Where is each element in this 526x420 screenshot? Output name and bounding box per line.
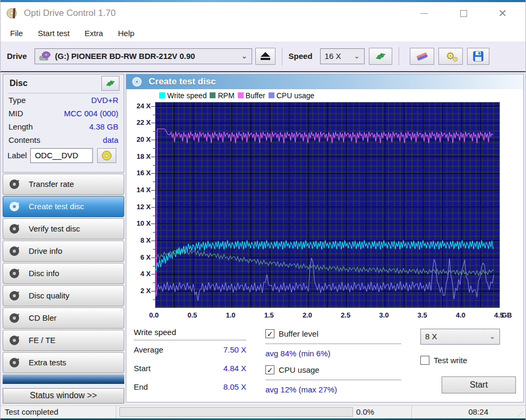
- y-tick-label: 6 X: [140, 253, 151, 261]
- sidebar-item-verify-test-disc[interactable]: Verify test disc: [3, 218, 124, 239]
- start-button[interactable]: Start: [442, 376, 516, 393]
- panel-title: Create test disc: [149, 76, 216, 87]
- disc-icon: [8, 267, 21, 280]
- sidebar-item-label: CD Bler: [29, 313, 57, 322]
- legend-label: Buffer: [246, 91, 265, 100]
- stat-value: 8.05 X: [223, 382, 246, 391]
- stats-section: Write speed Average 7.50 X Start 4.84 X …: [126, 322, 523, 402]
- settings-button[interactable]: ⚙ ⚙: [438, 48, 463, 65]
- x-tick-label: 2.5: [341, 311, 350, 319]
- y-tick-mark: [151, 241, 155, 241]
- legend-swatch: [269, 92, 274, 98]
- speed-label: Speed: [289, 52, 313, 61]
- sidebar-item-cd-bler[interactable]: CD Bler: [3, 307, 124, 329]
- speed-select[interactable]: 16 X ⌄: [320, 48, 365, 64]
- test-write-checkbox[interactable]: [420, 356, 429, 365]
- sidebar-item-label: Create test disc: [29, 202, 84, 211]
- status-text: Test completed: [1, 406, 116, 418]
- y-tick-mark: [151, 258, 155, 258]
- erase-disc-button[interactable]: [410, 48, 434, 65]
- x-tick-label: 3.5: [418, 311, 427, 319]
- disc-row-type: TypeDVD+R: [7, 93, 119, 107]
- stat-row-end: End 8.05 X: [134, 378, 246, 396]
- sidebar-nav: Transfer rateCreate test discVerify test…: [3, 174, 124, 373]
- yellow-disc-icon: [101, 150, 112, 161]
- menu-help[interactable]: Help: [111, 27, 141, 40]
- y-tick-label: 8 X: [140, 236, 151, 244]
- disc-icon: [8, 200, 21, 213]
- menu-file[interactable]: File: [4, 27, 29, 40]
- save-button[interactable]: [467, 48, 489, 65]
- chevron-down-icon: ⌄: [484, 332, 495, 340]
- disc-panel-title: Disc: [10, 79, 28, 88]
- sidebar-item-label: Verify test disc: [29, 224, 80, 233]
- sidebar-item-label: Drive info: [29, 246, 62, 255]
- stat-label: Average: [134, 345, 163, 354]
- sidebar-item-drive-info[interactable]: Drive info: [3, 241, 124, 262]
- disc-row-label: Type: [8, 96, 26, 105]
- legend-swatch: [159, 92, 165, 98]
- minimize-button[interactable]: [418, 7, 430, 19]
- toolbar: Drive (G:) PIONEER BD-RW BDR-212V 0.90 ⌄…: [1, 41, 525, 72]
- sidebar-accent-bar: [3, 374, 124, 384]
- x-axis-labels: 0.00.51.01.52.02.53.03.54.04.5GB: [155, 310, 523, 322]
- sidebar-item-extra-tests[interactable]: Extra tests: [3, 352, 124, 373]
- y-tick-mark: [151, 224, 155, 224]
- write-speed-title: Write speed: [134, 328, 246, 340]
- sidebar-item-label: FE / TE: [29, 336, 56, 345]
- disc-label-caption: Label: [7, 151, 27, 160]
- y-tick-mark: [151, 207, 155, 208]
- disc-label-button[interactable]: [97, 148, 116, 163]
- refresh-drive-button[interactable]: [369, 48, 392, 65]
- chart-legend: Write speedRPMBufferCPU usage: [126, 89, 523, 102]
- chart: 24 X22 X20 X18 X16 X14 X12 X10 X8 X6 X4 …: [126, 102, 523, 310]
- stat-row-average: Average 7.50 X: [134, 340, 246, 359]
- sidebar-item-create-test-disc[interactable]: Create test disc: [3, 196, 124, 217]
- gears-icon: ⚙: [452, 56, 459, 63]
- y-tick-label: 4 X: [140, 270, 151, 278]
- speed-value: 16 X: [325, 52, 341, 61]
- y-tick-label: 18 X: [136, 152, 151, 160]
- close-button[interactable]: ✕: [497, 7, 508, 19]
- sidebar-item-disc-quality[interactable]: Disc quality: [3, 285, 124, 306]
- disc-row-value: DVD+R: [91, 96, 118, 105]
- disc-row-label: MID: [8, 109, 23, 118]
- burn-speed-select[interactable]: 8 X ⌄: [420, 329, 500, 345]
- cpu-usage-label: CPU usage: [279, 365, 320, 374]
- disc-icon: [8, 178, 21, 191]
- y-tick-label: 22 X: [136, 118, 151, 126]
- sidebar-item-fe-te[interactable]: FE / TE: [3, 330, 124, 351]
- drive-select[interactable]: (G:) PIONEER BD-RW BDR-212V 0.90 ⌄: [35, 48, 252, 64]
- cpu-usage-checkbox[interactable]: ✓: [265, 365, 274, 374]
- y-tick-label: 24 X: [136, 102, 151, 110]
- drive-icon: [39, 52, 51, 61]
- resize-grip[interactable]: ⋰: [516, 406, 525, 418]
- sidebar-item-disc-info[interactable]: Disc info: [3, 263, 124, 284]
- stat-label: Start: [134, 364, 151, 373]
- x-tick-label: 1.0: [226, 311, 235, 319]
- y-axis-labels: 24 X22 X20 X18 X16 X14 X12 X10 X8 X6 X4 …: [126, 102, 155, 310]
- disc-icon: [8, 334, 21, 347]
- sidebar-item-label: Disc info: [29, 269, 59, 278]
- buffer-level-checkbox[interactable]: ✓: [265, 329, 274, 338]
- disc-row-contents: Contentsdata: [7, 133, 119, 147]
- x-tick-label: 4.0: [456, 311, 465, 319]
- eject-button[interactable]: [255, 48, 275, 65]
- disc-label-input[interactable]: [30, 148, 93, 163]
- disc-row-length: Length4.38 GB: [7, 120, 119, 133]
- menubar: FileStart testExtraHelp: [1, 25, 525, 41]
- legend-label: CPU usage: [277, 91, 315, 100]
- menu-extra[interactable]: Extra: [78, 27, 109, 40]
- x-axis-unit: GB: [502, 311, 512, 319]
- toolbar-separator: [282, 47, 282, 65]
- y-tick-label: 10 X: [136, 219, 151, 227]
- status-window-button[interactable]: Status window >>: [3, 388, 124, 404]
- menu-start-test[interactable]: Start test: [31, 27, 76, 40]
- refresh-disc-button[interactable]: [101, 76, 119, 91]
- y-tick-mark: [151, 106, 155, 107]
- sidebar-item-transfer-rate[interactable]: Transfer rate: [3, 174, 124, 195]
- disc-icon: [8, 245, 21, 258]
- x-tick-label: 2.0: [303, 311, 312, 319]
- maximize-button[interactable]: [458, 7, 469, 19]
- buffer-level-label: Buffer level: [279, 329, 318, 338]
